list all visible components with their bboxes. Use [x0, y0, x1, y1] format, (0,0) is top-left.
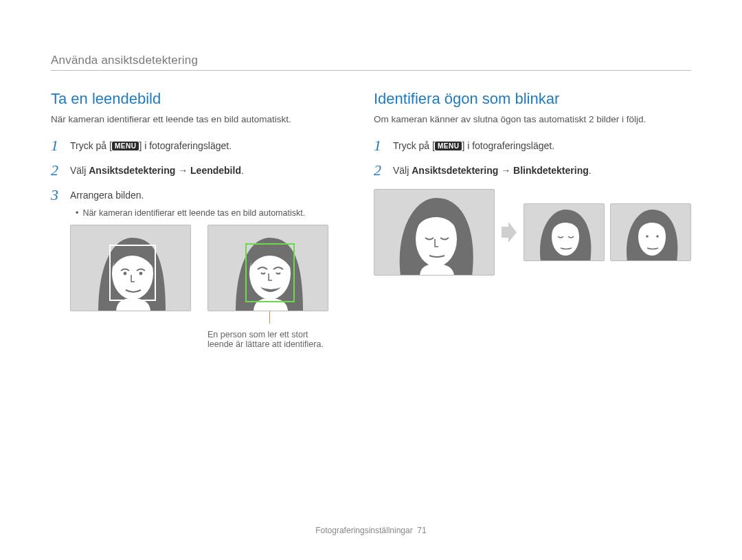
svg-point-12 — [646, 235, 649, 238]
left-intro: När kameran identifierar ett leende tas … — [51, 113, 349, 126]
step-pre: Välj — [70, 165, 89, 176]
step-pre: Tryck på [ — [393, 140, 435, 151]
header-rule — [51, 70, 691, 71]
bullet-dot: • — [76, 208, 78, 218]
step-item: 2 Välj Ansiktsdetektering → Blinkdetekte… — [374, 163, 691, 178]
step-post: ] i fotograferingsläget. — [462, 140, 554, 151]
right-steps: 1 Tryck på [MENU] i fotograferingsläget.… — [374, 138, 691, 178]
step-item: 1 Tryck på [MENU] i fotograferingsläget. — [374, 138, 691, 153]
left-column: Ta en leendebild När kameran identifiera… — [51, 90, 349, 349]
step-number: 2 — [374, 163, 386, 178]
step-number: 2 — [51, 163, 63, 178]
arrow-right-icon — [502, 222, 517, 243]
step-post: . — [241, 165, 244, 176]
step-pre: Välj — [393, 165, 412, 176]
step-item: 1 Tryck på [MENU] i fotograferingsläget. — [51, 138, 349, 153]
manual-page: Använda ansiktsdetektering Ta en leendeb… — [0, 0, 742, 560]
step-text: Tryck på [MENU] i fotograferingsläget. — [393, 138, 554, 153]
step-bold: Ansiktsdetektering → Blinkdetektering — [412, 165, 589, 176]
step-number: 3 — [51, 188, 63, 203]
callout-line — [269, 311, 270, 324]
blink-example-closed — [374, 189, 495, 276]
right-figures — [374, 189, 691, 276]
step-number: 1 — [51, 138, 63, 153]
face-detect-box — [109, 245, 156, 301]
footer-page-number: 71 — [417, 526, 426, 535]
step-text: Välj Ansiktsdetektering → Blinkdetekteri… — [393, 163, 592, 178]
step-text: Tryck på [MENU] i fotograferingsläget. — [70, 138, 232, 153]
bullet-text: När kameran identifierar ett leende tas … — [82, 208, 305, 218]
face-illustration — [374, 190, 495, 276]
step-item: 3 Arrangera bilden. — [51, 188, 349, 203]
face-detect-box-active — [245, 243, 295, 302]
right-section-title: Identifiera ögon som blinkar — [374, 90, 691, 108]
left-steps: 1 Tryck på [MENU] i fotograferingsläget.… — [51, 138, 349, 203]
page-header: Använda ansiktsdetektering — [51, 54, 691, 71]
step-sub-bullet: • När kameran identifierar ett leende ta… — [76, 208, 349, 218]
step-text: Välj Ansiktsdetektering → Leendebild. — [70, 163, 244, 178]
footer-section: Fotograferingsinställningar — [315, 526, 412, 535]
left-section-title: Ta en leendebild — [51, 90, 349, 108]
smile-example-detected-wrap: En person som ler ett stort leende är lä… — [207, 225, 331, 349]
right-intro: Om kameran känner av slutna ögon tas aut… — [374, 113, 691, 126]
left-figures: En person som ler ett stort leende är lä… — [70, 225, 349, 349]
header-title: Använda ansiktsdetektering — [51, 54, 691, 67]
figure-caption: En person som ler ett stort leende är lä… — [207, 330, 331, 349]
two-column-layout: Ta en leendebild När kameran identifiera… — [51, 90, 691, 349]
blink-result-pair — [524, 203, 691, 261]
step-item: 2 Välj Ansiktsdetektering → Leendebild. — [51, 163, 349, 178]
blink-example-open-small — [610, 203, 691, 261]
step-text: Arrangera bilden. — [70, 188, 144, 203]
svg-point-13 — [656, 235, 659, 238]
step-pre: Tryck på [ — [70, 140, 112, 151]
smile-example-detected — [207, 225, 328, 311]
menu-icon: MENU — [435, 142, 462, 150]
step-number: 1 — [374, 138, 386, 153]
step-post: . — [589, 165, 592, 176]
page-footer: Fotograferingsinställningar 71 — [0, 526, 742, 535]
right-column: Identifiera ögon som blinkar Om kameran … — [374, 90, 691, 349]
step-bold: Ansiktsdetektering → Leendebild — [89, 165, 241, 176]
face-illustration — [611, 204, 691, 261]
face-illustration — [524, 204, 605, 261]
menu-icon: MENU — [112, 142, 139, 150]
step-post: ] i fotograferingsläget. — [139, 140, 232, 151]
smile-example-neutral — [70, 225, 191, 311]
blink-example-closed-small — [524, 203, 605, 261]
